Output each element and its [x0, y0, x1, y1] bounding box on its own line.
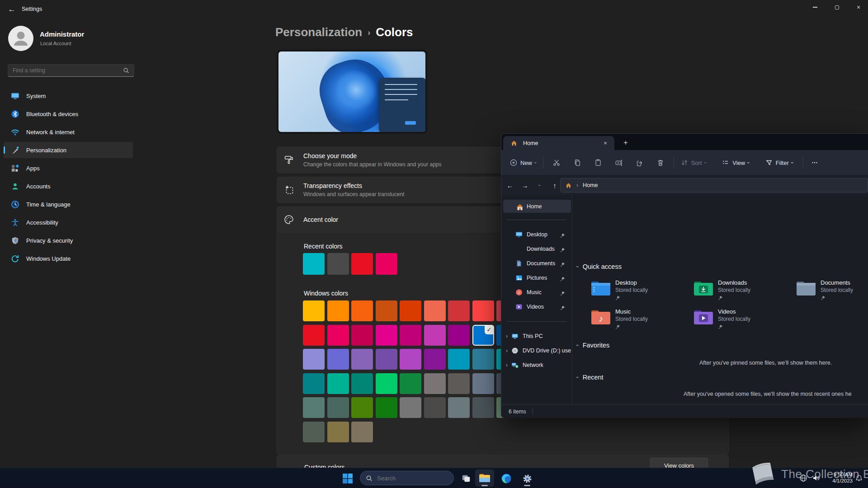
windows-color-swatch[interactable]	[303, 349, 325, 370]
windows-color-swatch[interactable]	[376, 373, 397, 394]
quick-access-tile-downloads[interactable]: DownloadsStored locally	[693, 279, 793, 304]
windows-color-swatch[interactable]	[424, 300, 446, 321]
new-button[interactable]: New	[506, 155, 540, 170]
sidebar-item-privacy-security[interactable]: Privacy & security	[4, 232, 133, 249]
chevron-right-icon[interactable]	[506, 333, 508, 339]
quick-access-tile-videos[interactable]: VideosStored locally	[693, 308, 793, 333]
windows-color-swatch[interactable]	[472, 349, 494, 370]
filter-button[interactable]: Filter	[761, 155, 797, 170]
address-input[interactable]: Home	[560, 178, 868, 192]
windows-color-swatch[interactable]	[303, 325, 325, 346]
view-button[interactable]: View	[718, 155, 753, 170]
windows-color-swatch[interactable]	[376, 397, 397, 418]
copy-button[interactable]	[569, 155, 586, 170]
nav-history-dropdown[interactable]	[533, 179, 546, 192]
windows-color-swatch[interactable]	[327, 300, 349, 321]
clock[interactable]: 9:50 AM 4/1/2023	[823, 471, 853, 484]
sidebar-item-accessibility[interactable]: Accessibility	[4, 214, 133, 230]
windows-color-swatch[interactable]	[400, 349, 421, 370]
windows-color-swatch[interactable]	[376, 300, 397, 321]
windows-color-swatch[interactable]	[327, 325, 349, 346]
windows-color-swatch[interactable]	[303, 300, 325, 321]
windows-color-swatch[interactable]	[448, 325, 470, 346]
quick-access-tile-music[interactable]: ♪MusicStored locally	[590, 308, 691, 333]
sidebar-item-windows-update[interactable]: Windows Update	[4, 250, 133, 267]
section-recent[interactable]: Recent	[577, 374, 604, 381]
sidebar-item-apps[interactable]: Apps	[4, 160, 133, 176]
recent-color-swatch[interactable]	[327, 253, 349, 275]
chevron-down-icon[interactable]	[575, 266, 580, 267]
windows-color-swatch[interactable]	[327, 373, 349, 394]
windows-color-swatch[interactable]	[327, 422, 349, 442]
chevron-down-icon[interactable]	[575, 344, 580, 346]
windows-color-swatch[interactable]	[424, 397, 446, 418]
explorer-sidebar-item-desktop[interactable]: Desktop	[503, 228, 571, 241]
share-button[interactable]	[631, 155, 648, 170]
explorer-sidebar-item-documents[interactable]: Documents	[503, 257, 571, 270]
windows-color-swatch[interactable]	[351, 373, 373, 394]
tab-close-icon[interactable]: ×	[601, 139, 610, 148]
windows-color-swatch[interactable]	[303, 373, 325, 394]
paste-button[interactable]	[590, 155, 607, 170]
sidebar-item-system[interactable]: System	[4, 88, 133, 104]
explorer-sidebar-item-pictures[interactable]: Pictures	[503, 271, 571, 284]
volume-tray-icon[interactable]	[812, 474, 820, 482]
settings-back-icon[interactable]: ←	[6, 4, 17, 15]
recent-color-swatch[interactable]	[376, 253, 397, 275]
sidebar-item-network-internet[interactable]: Network & internet	[4, 124, 133, 140]
cut-button[interactable]	[548, 155, 565, 170]
windows-color-swatch[interactable]	[351, 349, 373, 370]
new-tab-button[interactable]: +	[620, 137, 632, 149]
windows-color-swatch[interactable]	[424, 373, 446, 394]
windows-color-swatch[interactable]	[472, 373, 494, 394]
windows-color-swatch-selected[interactable]: ✓	[472, 325, 494, 346]
windows-color-swatch[interactable]	[400, 300, 421, 321]
explorer-sidebar-item-home[interactable]: Home	[503, 200, 571, 213]
windows-color-swatch[interactable]	[400, 373, 421, 394]
sort-button[interactable]: Sort	[677, 155, 710, 170]
nav-back-button[interactable]: ←	[504, 179, 516, 192]
chevron-right-icon[interactable]	[506, 362, 508, 368]
windows-color-swatch[interactable]	[303, 397, 325, 418]
windows-color-swatch[interactable]	[376, 325, 397, 346]
chevron-right-icon[interactable]	[506, 347, 508, 354]
windows-color-swatch[interactable]	[351, 325, 373, 346]
taskbar-search-input[interactable]	[377, 475, 440, 482]
windows-color-swatch[interactable]	[400, 397, 421, 418]
sidebar-item-time-language[interactable]: Time & language	[4, 196, 133, 212]
section-quick-access[interactable]: Quick access	[577, 263, 622, 270]
explorer-sidebar-item-this-pc[interactable]: This PC	[503, 329, 571, 343]
task-view-button[interactable]	[458, 470, 475, 487]
windows-color-swatch[interactable]	[351, 300, 373, 321]
delete-button[interactable]	[652, 155, 669, 170]
windows-color-swatch[interactable]	[424, 349, 446, 370]
sidebar-item-bluetooth-devices[interactable]: Bluetooth & devices	[4, 106, 133, 122]
more-button[interactable]	[806, 155, 823, 170]
chevron-down-icon[interactable]	[575, 376, 580, 378]
windows-color-swatch[interactable]	[351, 422, 373, 442]
start-button[interactable]	[339, 470, 356, 487]
quick-access-tile-desktop[interactable]: DesktopStored locally	[590, 279, 691, 304]
address-crumb[interactable]: Home	[583, 182, 598, 188]
taskbar-file-explorer-icon[interactable]	[475, 469, 494, 487]
find-a-setting-input[interactable]	[13, 67, 123, 74]
windows-color-swatch[interactable]	[472, 397, 494, 418]
windows-color-swatch[interactable]	[327, 349, 349, 370]
rename-button[interactable]: A	[610, 155, 627, 170]
windows-color-swatch[interactable]	[448, 397, 470, 418]
section-favorites[interactable]: Favorites	[577, 342, 609, 349]
sidebar-item-personalization[interactable]: Personalization	[4, 142, 133, 158]
windows-color-swatch[interactable]	[472, 300, 494, 321]
recent-color-swatch[interactable]	[303, 253, 325, 275]
network-tray-icon[interactable]	[799, 474, 807, 482]
explorer-sidebar-item-dvd-drive-d-user[interactable]: DVD Drive (D:) user	[503, 344, 571, 357]
tab-home[interactable]: Home ×	[503, 136, 614, 150]
windows-color-swatch[interactable]	[448, 349, 470, 370]
nav-forward-button[interactable]: →	[519, 179, 531, 192]
windows-color-swatch[interactable]	[351, 397, 373, 418]
windows-color-swatch[interactable]	[303, 422, 325, 442]
explorer-sidebar-item-music[interactable]: ♪Music	[503, 286, 571, 299]
windows-color-swatch[interactable]	[376, 349, 397, 370]
windows-color-swatch[interactable]	[327, 397, 349, 418]
taskbar-settings-icon[interactable]	[519, 470, 536, 487]
